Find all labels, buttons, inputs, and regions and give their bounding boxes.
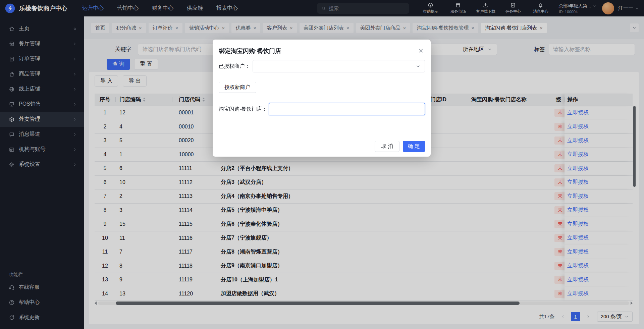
cancel-button[interactable]: 取 消 [375, 141, 399, 152]
taobao-store-label: 淘宝闪购·餐饮门店： [219, 106, 267, 113]
taobao-store-row: 淘宝闪购·餐饮门店： [219, 103, 425, 115]
authorized-merchant-select[interactable] [253, 60, 425, 72]
authorized-merchant-row: 已授权商户： [219, 60, 425, 72]
dialog-title: 绑定淘宝闪购·餐饮门店 [219, 47, 281, 55]
taobao-store-input[interactable] [269, 103, 425, 115]
confirm-button[interactable]: 确 定 [403, 141, 425, 152]
bind-taobao-store-dialog: 绑定淘宝闪购·餐饮门店 已授权商户： 授权新商户 淘宝闪购·餐饮门店： 取 消 … [213, 40, 431, 157]
chevron-down-icon [416, 64, 421, 69]
dialog-footer: 取 消 确 定 [375, 141, 425, 152]
authorized-merchant-label: 已授权商户： [219, 63, 250, 70]
authorize-new-merchant-button[interactable]: 授权新商户 [219, 82, 256, 93]
close-icon[interactable] [418, 48, 424, 54]
